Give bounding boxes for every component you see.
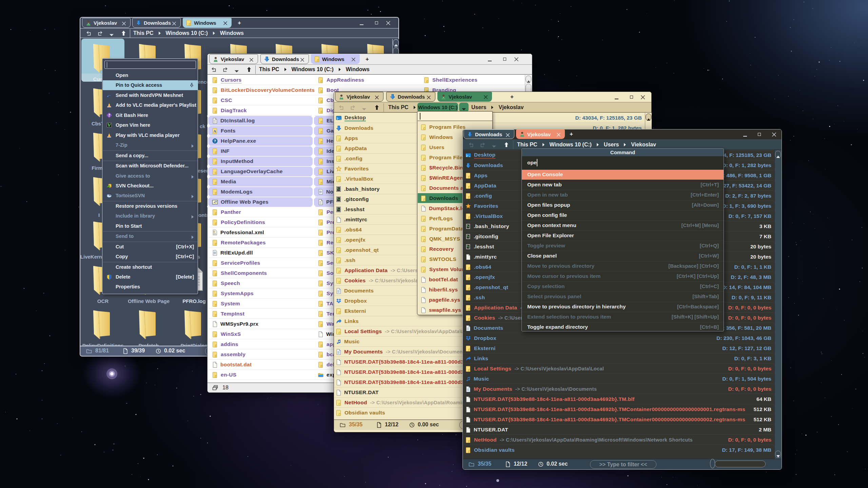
svg-text:?: ? (214, 139, 216, 143)
svg-text:A: A (213, 129, 216, 133)
